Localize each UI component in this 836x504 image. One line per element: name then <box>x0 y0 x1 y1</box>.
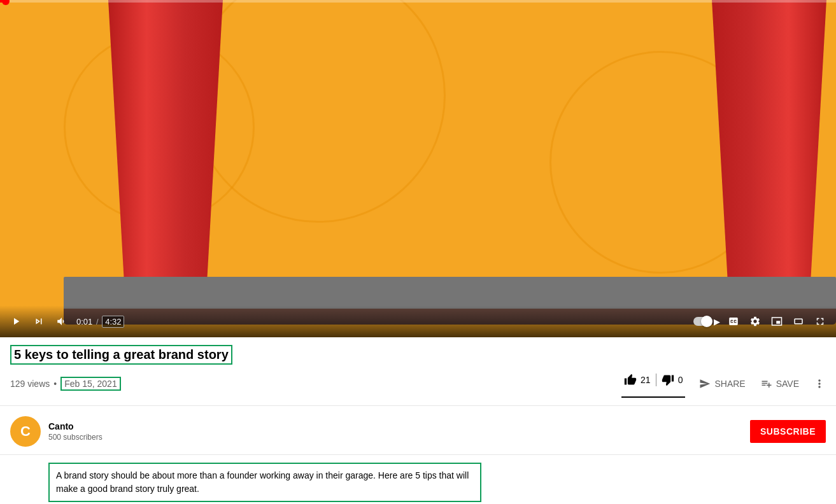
like-count: 21 <box>641 375 651 385</box>
video-description: A brand story should be about more than … <box>48 463 826 502</box>
video-meta-row: 129 views • Feb 15, 2021 21 0 SHARE <box>10 370 826 405</box>
more-actions-button[interactable] <box>813 377 826 390</box>
curtain-left <box>108 0 223 305</box>
theater-button[interactable] <box>790 313 807 330</box>
autoplay-track[interactable] <box>693 317 711 326</box>
upload-date: Feb 15, 2021 <box>60 377 121 391</box>
cc-button[interactable] <box>725 313 742 330</box>
channel-info: Canto 500 subscribers <box>48 421 750 442</box>
like-dislike-group: 21 0 <box>621 370 685 398</box>
gear-icon <box>749 316 761 327</box>
thumbs-up-icon <box>624 374 637 386</box>
description-text: A brand story should be about more than … <box>48 463 481 502</box>
video-actions-group: 21 0 SHARE SAVE <box>621 370 826 398</box>
share-button[interactable]: SHARE <box>698 374 746 393</box>
more-icon <box>813 377 826 390</box>
thumbs-down-icon <box>662 374 674 386</box>
time-current: 0:01 / 4:32 <box>76 317 124 326</box>
channel-subscribers: 500 subscribers <box>48 433 750 442</box>
video-controls-bar: 0:01 / 4:32 ▶ <box>0 305 836 337</box>
dislike-button[interactable]: 0 <box>659 370 686 390</box>
like-button[interactable]: 21 <box>621 370 653 390</box>
controls-right-group: ▶ <box>693 313 828 330</box>
save-button[interactable]: SAVE <box>760 374 800 393</box>
subscribe-button[interactable]: SUBSCRIBE <box>750 420 826 443</box>
title-detection-highlight: 5 keys to telling a great brand story <box>10 345 232 365</box>
video-thumbnail <box>0 0 836 337</box>
channel-name[interactable]: Canto <box>48 421 750 431</box>
next-button[interactable] <box>31 313 47 330</box>
skip-next-icon <box>33 316 45 327</box>
save-icon <box>761 378 772 389</box>
save-label: SAVE <box>776 379 799 389</box>
autoplay-knob <box>701 316 712 327</box>
share-icon <box>699 378 711 389</box>
miniplayer-button[interactable] <box>769 313 785 330</box>
curtain-right <box>712 0 826 305</box>
autoplay-label: ▶ <box>714 317 720 326</box>
separator-dot: • <box>53 379 57 389</box>
channel-avatar[interactable]: C <box>10 416 41 447</box>
avatar-letter: C <box>20 423 31 440</box>
volume-button[interactable] <box>53 313 70 330</box>
like-divider <box>656 374 656 386</box>
video-player[interactable]: 0:01 / 4:32 ▶ <box>0 0 836 337</box>
progress-bar[interactable] <box>0 0 836 3</box>
video-info-section: 5 keys to telling a great brand story 12… <box>0 337 836 406</box>
miniplayer-icon <box>771 316 783 327</box>
theater-icon <box>793 316 804 327</box>
subtitles-icon <box>728 316 739 327</box>
view-count: 129 views <box>10 379 50 389</box>
time-duration: 4:32 <box>102 316 124 328</box>
dislike-count: 0 <box>678 375 683 385</box>
video-title: 5 keys to telling a great brand story <box>10 345 826 365</box>
video-title-row: 5 keys to telling a great brand story <box>10 345 826 365</box>
settings-button[interactable] <box>747 313 763 330</box>
share-label: SHARE <box>714 379 745 389</box>
channel-row: C Canto 500 subscribers SUBSCRIBE <box>0 406 836 455</box>
volume-icon <box>56 316 67 327</box>
fullscreen-icon <box>814 316 826 327</box>
video-stats: 129 views • Feb 15, 2021 <box>10 377 121 391</box>
autoplay-toggle[interactable]: ▶ <box>693 317 720 326</box>
play-button[interactable] <box>8 313 24 330</box>
fullscreen-button[interactable] <box>812 313 828 330</box>
play-icon <box>10 316 22 327</box>
